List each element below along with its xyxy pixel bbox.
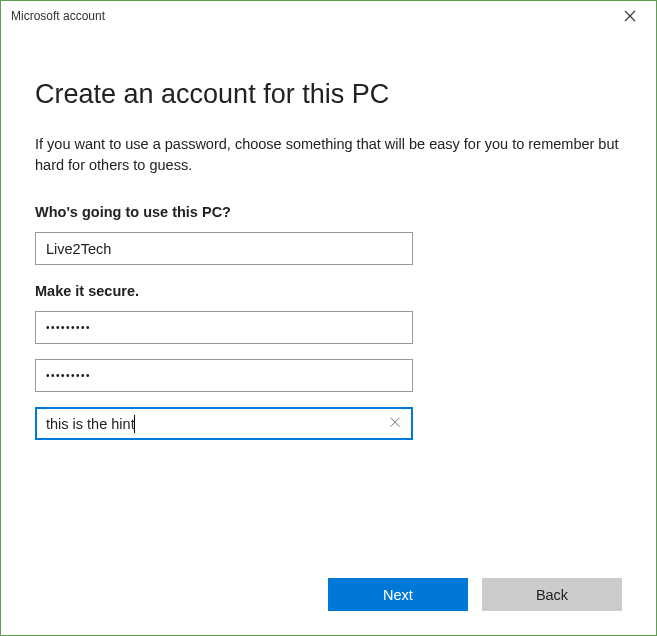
footer-buttons: Next Back (328, 578, 622, 611)
close-icon (624, 10, 636, 22)
confirm-password-input[interactable]: ••••••••• (35, 359, 413, 392)
username-input[interactable]: Live2Tech (35, 232, 413, 265)
password-hint-input[interactable]: this is the hint (35, 407, 413, 440)
page-description: If you want to use a password, choose so… (35, 134, 622, 176)
text-caret (134, 415, 135, 433)
next-button[interactable]: Next (328, 578, 468, 611)
page-heading: Create an account for this PC (35, 79, 622, 110)
secure-label: Make it secure. (35, 283, 622, 299)
hint-value: this is the hint (46, 416, 135, 432)
clear-hint-button[interactable] (385, 412, 405, 432)
username-value: Live2Tech (46, 241, 111, 257)
content-area: Create an account for this PC If you wan… (1, 31, 656, 440)
titlebar: Microsoft account (1, 1, 656, 31)
confirm-password-value: ••••••••• (46, 360, 91, 391)
clear-icon (389, 416, 401, 428)
hint-wrapper: this is the hint (35, 407, 413, 440)
username-label: Who's going to use this PC? (35, 204, 622, 220)
back-button[interactable]: Back (482, 578, 622, 611)
password-value: ••••••••• (46, 312, 91, 343)
dialog-window: Microsoft account Create an account for … (0, 0, 657, 636)
close-button[interactable] (607, 2, 652, 30)
password-input[interactable]: ••••••••• (35, 311, 413, 344)
window-title: Microsoft account (11, 9, 105, 23)
